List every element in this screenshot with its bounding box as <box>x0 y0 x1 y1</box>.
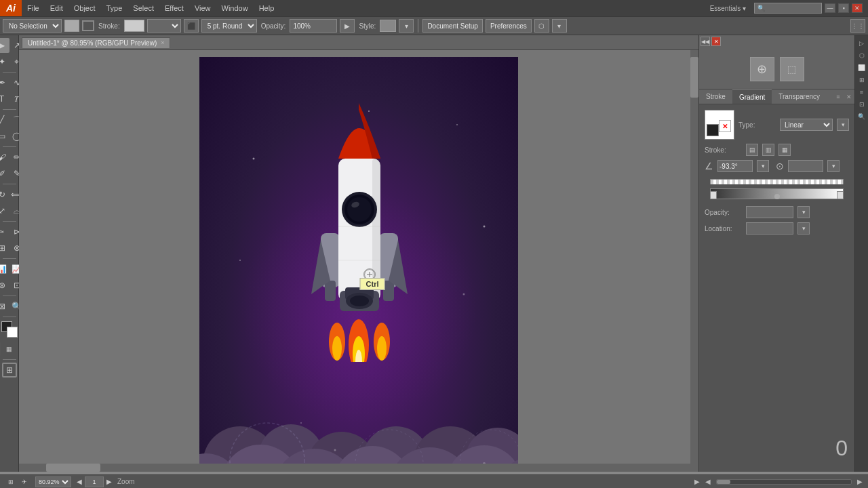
small-panel-controls: ◀◀ ✕ <box>701 37 721 46</box>
gradient-handle-right[interactable] <box>837 191 844 199</box>
artboard-frame-btn[interactable]: ⊞ <box>2 363 17 378</box>
transparency-tab[interactable]: Transparency <box>772 89 827 104</box>
menu-effect[interactable]: Effect <box>159 0 189 16</box>
menu-select[interactable]: Select <box>127 0 159 16</box>
prev-artboard-btn[interactable]: ◀ <box>77 478 82 485</box>
stroke-swatch[interactable] <box>82 20 94 31</box>
menu-file[interactable]: File <box>22 0 45 16</box>
document-tab[interactable]: Untitled-1* @ 80.95% (RGB/GPU Preview) × <box>22 37 170 48</box>
strip-btn-6[interactable]: 🔍 <box>856 111 867 122</box>
opacity-input[interactable] <box>290 19 337 33</box>
minimize-button[interactable]: — <box>825 3 835 13</box>
selection-dropdown[interactable]: No Selection <box>3 19 62 33</box>
panel-expand-btn[interactable]: ≡ <box>833 89 844 104</box>
vertical-scrollbar-thumb[interactable] <box>690 57 698 98</box>
warp-tool[interactable]: ≈ <box>0 224 9 239</box>
pt-round-dropdown[interactable]: 5 pt. Round <box>201 19 257 33</box>
stroke-color-swatch[interactable] <box>124 20 144 32</box>
toolbar: No Selection Stroke: ⬛ 5 pt. Round Opaci… <box>0 16 868 35</box>
strip-btn-1[interactable]: ⬡ <box>856 50 867 61</box>
opacity-expand-btn[interactable]: ▾ <box>797 206 810 218</box>
stroke-tab[interactable]: Stroke <box>699 89 732 104</box>
panel-dock-btn[interactable]: ✕ <box>844 89 854 104</box>
line-tool[interactable]: ╱ <box>0 113 9 127</box>
menu-help[interactable]: Help <box>254 0 280 16</box>
strip-btn-2[interactable]: ⬜ <box>856 62 867 73</box>
style-dropdown-btn[interactable]: ▾ <box>399 19 414 33</box>
gradient-length-input[interactable] <box>788 160 823 172</box>
stroke-icon-2[interactable]: ▥ <box>762 144 774 156</box>
color-mode-btn[interactable]: ■ <box>0 342 1 357</box>
opacity-expand-btn[interactable]: ▶ <box>340 19 355 33</box>
slice-tool[interactable]: ⊠ <box>0 299 9 314</box>
type-tool[interactable]: T <box>0 92 9 106</box>
symbol-spray-tool[interactable]: ⊛ <box>0 278 9 293</box>
selection-tool[interactable]: ▶ <box>0 38 9 53</box>
next-frame-btn[interactable]: ▶ <box>857 478 863 485</box>
menu-edit[interactable]: Edit <box>45 0 68 16</box>
stroke-icon-btn[interactable]: ⬛ <box>184 19 199 33</box>
strip-btn-5[interactable]: ⊡ <box>856 99 867 110</box>
horizontal-scrollbar[interactable] <box>19 464 690 472</box>
status-icon-1[interactable]: ⊞ <box>5 476 16 487</box>
gradient-handle-left[interactable] <box>710 191 717 199</box>
zoom-select[interactable]: 80.92% <box>35 476 71 487</box>
align-icon-btn[interactable]: ⬡ <box>534 19 549 33</box>
style-swatch[interactable] <box>380 20 396 32</box>
gradient-mode-btn[interactable]: ▦ <box>2 342 17 357</box>
search-input[interactable] <box>754 3 822 14</box>
gradient-opacity-input[interactable] <box>746 206 793 218</box>
shape-builder-icon[interactable]: ⊕ <box>750 57 774 81</box>
artboard-num-input[interactable] <box>85 476 104 487</box>
canvas-area[interactable]: Untitled-1* @ 80.95% (RGB/GPU Preview) × <box>19 35 698 472</box>
menu-view[interactable]: View <box>189 0 216 16</box>
extra-icon-btn[interactable]: ▾ <box>552 19 567 33</box>
gradient-midpoint-handle[interactable] <box>774 194 780 199</box>
paintbrush-tool[interactable]: 🖌 <box>0 150 9 165</box>
rotate-tool[interactable]: ↻ <box>0 187 9 202</box>
gradient-tab[interactable]: Gradient <box>732 89 772 104</box>
menu-object[interactable]: Object <box>68 0 101 16</box>
play-btn[interactable]: ▶ <box>694 478 700 485</box>
preferences-button[interactable]: Preferences <box>486 19 532 33</box>
next-artboard-btn[interactable]: ▶ <box>106 478 112 485</box>
vertical-scrollbar[interactable] <box>690 50 698 472</box>
doc-setup-button[interactable]: Document Setup <box>422 19 483 33</box>
stroke-dropdown[interactable] <box>147 19 181 33</box>
pen-tool[interactable]: ✒ <box>0 75 9 90</box>
stroke-icon-3[interactable]: ▦ <box>778 144 791 156</box>
panel-close-btn[interactable]: ✕ <box>711 37 721 46</box>
prev-frame-btn[interactable]: ◀ <box>705 478 711 485</box>
type-expand-btn[interactable]: ▾ <box>837 119 849 131</box>
close-button[interactable]: ✕ <box>852 3 863 13</box>
column-graph-tool[interactable]: 📊 <box>0 262 9 277</box>
horizontal-scrollbar-thumb[interactable] <box>46 464 100 472</box>
menu-type[interactable]: Type <box>101 0 128 16</box>
gradient-location-input[interactable] <box>746 222 793 235</box>
strip-btn-4[interactable]: ≡ <box>856 87 867 98</box>
rect-tool[interactable]: ▭ <box>0 129 9 144</box>
collapse-strip-btn[interactable]: ▷ <box>856 38 867 49</box>
tab-close-btn[interactable]: × <box>161 39 164 46</box>
frame-icon[interactable]: ⬚ <box>780 57 804 81</box>
shaper-tool[interactable]: ✐ <box>0 166 9 181</box>
menu-window[interactable]: Window <box>216 0 254 16</box>
strip-btn-3[interactable]: ⊞ <box>856 75 867 85</box>
gradient-angle-input[interactable] <box>717 160 753 172</box>
angle-expand-btn[interactable]: ▾ <box>757 160 769 172</box>
status-icon-2[interactable]: ✈ <box>19 476 30 487</box>
location-expand-btn[interactable]: ▾ <box>797 222 810 235</box>
scale-tool[interactable]: ⤢ <box>0 203 9 218</box>
length-expand-btn[interactable]: ▾ <box>827 160 840 172</box>
magic-wand-tool[interactable]: ✦ <box>0 54 9 69</box>
arrange-icon-btn[interactable]: ⋮⋮ <box>850 19 865 33</box>
gradient-preview-swatch[interactable]: ✕ <box>705 110 734 140</box>
stroke-icon-1[interactable]: ▤ <box>746 144 758 156</box>
fill-color-btn[interactable] <box>1 321 18 338</box>
free-transform-tool[interactable]: ⊞ <box>0 241 9 256</box>
maximize-button[interactable]: ▪ <box>838 3 849 13</box>
progress-bar[interactable] <box>716 479 852 485</box>
gradient-type-select[interactable]: Linear <box>780 119 833 131</box>
panel-collapse-btn[interactable]: ◀◀ <box>701 37 710 46</box>
fill-swatch[interactable] <box>64 20 79 32</box>
